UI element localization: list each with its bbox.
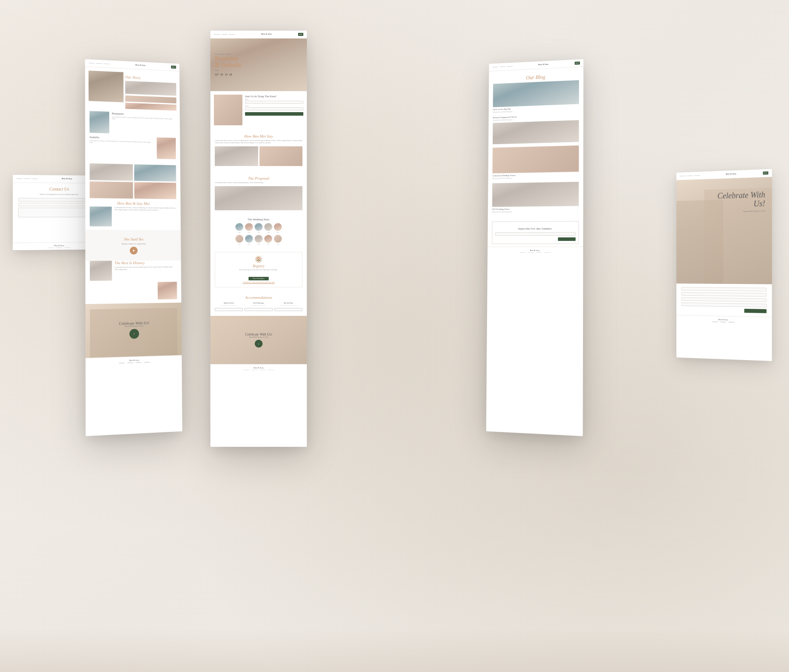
celebrate-nav-rsvp[interactable] [694,175,700,176]
blog-footer-link-1[interactable] [519,252,526,253]
main-footer-link-1[interactable] [243,370,249,371]
main-brand: Ben & Izzy [261,33,272,36]
celebrate-footer-link-3[interactable] [729,322,735,322]
party-avatar-7 [245,235,253,243]
registry-btn[interactable]: View Our Registry [249,277,269,280]
party-avatar-1 [235,223,243,231]
party-avatar-9 [264,235,272,243]
nav-link-rsvp[interactable] [32,178,38,179]
party-avatar-3 [255,223,263,231]
main-footer-link-4[interactable] [268,370,274,371]
main-nav-rsvp-button[interactable]: RSVP [298,33,303,36]
celebrate-nav-story[interactable] [687,175,693,176]
story-footer-link-2[interactable] [127,362,133,363]
accom-detail-2: 456 Bridal Ave City, State 12345 [245,305,273,306]
nav-link-home[interactable] [16,178,22,179]
rsvp-submit-button[interactable] [245,112,303,116]
party-member-9: Name [264,235,272,245]
how-met-text: Lorem ipsum dolor sit amet, consectetur … [114,207,176,212]
story-nav-links [89,63,110,64]
accom-detail-3: 789 Reception Rd City, State 12345 [274,305,302,306]
main-celebrate-section: Celebrate With Us! Please RSVP by June 2… [210,316,307,364]
accom-btn-2[interactable] [245,308,273,311]
wedding-party-row-1: Name Name Name Name Name [215,223,302,233]
story-footer-link-3[interactable] [135,362,142,363]
proposal-body: Lorem ipsum dolor sit amet, consectetur … [215,182,302,184]
blog-footer: Ben & Izzy [487,247,583,255]
footer-link-1[interactable] [48,248,54,248]
blog-footer-link-2[interactable] [528,252,534,253]
celebrate-attending-field[interactable] [682,297,767,302]
main-nav-story[interactable] [221,34,227,35]
story-footer-link-4[interactable] [144,362,150,363]
story-nav-story[interactable] [96,63,102,64]
proposal-title: The Proposal [215,176,302,180]
celebrate-nav-home[interactable] [680,176,686,177]
blog-section: Our Blog Suite for the Big Day Short pre… [488,67,583,219]
accom-btn-3[interactable] [274,308,302,311]
story-celebrate-text: Celebrate With Us! Please RSVP by June 2… [119,321,149,339]
story-heading: Our Story [125,75,176,81]
blog-nav-rsvp-button[interactable]: RSVP [575,61,580,64]
blog-nav-rsvp[interactable] [507,66,513,67]
main-scene: Ben & Izzy RSVP Contact Us Send us a mes… [0,0,789,672]
blog-nav-story[interactable] [500,66,505,67]
celebrate-nav-links [680,175,700,177]
registry-link[interactable]: CONTINUE TO REGISTRYDESCRIPTION.COM [219,282,299,284]
nav-link-story[interactable] [24,178,30,179]
party-member-4: Name [264,223,272,233]
celebrate-brand: Ben & Izzy [726,173,736,176]
party-name-8: Name [255,244,263,245]
rest-history-photo-2 [158,282,177,299]
blog-footer-link-4[interactable] [544,252,550,253]
party-name-9: Name [264,244,272,245]
blog-footer-brand: Ben & Izzy [491,249,579,251]
celebrate-email-field[interactable] [682,292,767,297]
rest-history-content: The Rest Is History Lorem ipsum dolor si… [90,261,177,281]
party-name-4: Name [264,232,272,233]
main-celebrate-btn[interactable]: ✓ [255,340,263,347]
celebrate-submit-button[interactable] [744,309,767,313]
blog-subscribe-email-field[interactable] [495,232,576,236]
blog-subscribe-submit-button[interactable] [558,237,576,241]
proposal-photo [215,186,302,210]
story-celebrate-btn[interactable]: ✓ [129,329,139,339]
main-hero-date: Friday [215,69,241,71]
celebrate-footer-link-1[interactable] [712,321,718,322]
party-member-2: Name [245,223,253,233]
she-said-yes-sub: Monday, January 12, Caprini Park [90,243,177,245]
celebrate-nav-rsvp-button[interactable]: RSVP [763,171,768,175]
main-nav-rsvp[interactable] [229,34,235,35]
story-nav-home[interactable] [89,63,95,64]
accom-name-1: Marriott Hotel [215,302,243,304]
story-footer-link-1[interactable] [119,363,125,364]
celebrate-name-field[interactable] [682,287,767,291]
accom-btn-1[interactable] [215,308,243,311]
rsvp-where-field[interactable] [245,107,303,110]
story-isabella-row: Isabella Lorem ipsum dolor sit amet, con… [89,135,176,159]
wedding-party-section: The Wedding Party Name Name Name Name [210,215,307,249]
accom-hotel-3: The Inn Place 789 Reception Rd City, Sta… [274,302,302,311]
main-footer-link-3[interactable] [260,370,266,371]
main-nav-links [214,34,235,35]
main-footer-link-2[interactable] [252,370,258,371]
story-nav-rsvp-button[interactable]: RSVP [171,66,176,69]
rsvp-photo [214,95,242,125]
footer-link-3[interactable] [64,247,71,248]
celebrate-guests-field[interactable] [682,303,767,308]
story-nav-rsvp[interactable] [103,64,110,64]
celebrate-footer-link-2[interactable] [720,322,726,322]
isabella-text: Lorem ipsum dolor sit amet, consectetur … [89,140,154,145]
accom-title: Accommodations [215,295,302,300]
story-photo-grid-container [85,163,180,199]
party-name-1: Name [235,232,243,233]
how-met-section: How Ben & Izzy Met Lorem ipsum dolor sit… [85,201,181,230]
party-avatar-8 [255,235,263,243]
blog-nav-home[interactable] [492,67,498,67]
rsvp-when-field[interactable] [245,101,303,104]
isabella-info: Isabella Lorem ipsum dolor sit amet, con… [89,135,154,145]
footer-link-2[interactable] [56,247,62,248]
blog-footer-link-3[interactable] [536,252,542,253]
accom-hotel-2: Hotel Boutique 456 Bridal Ave City, Stat… [245,302,273,311]
main-nav-home[interactable] [214,34,220,35]
